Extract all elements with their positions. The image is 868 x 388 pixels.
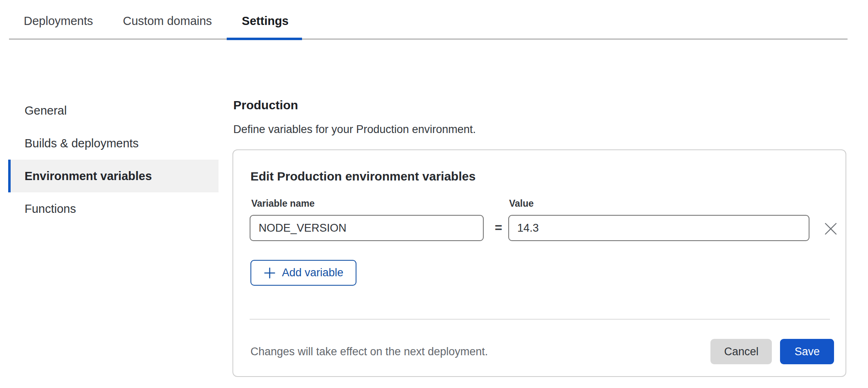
equals-sign: = bbox=[489, 215, 507, 241]
cancel-button[interactable]: Cancel bbox=[710, 339, 772, 364]
variable-name-input[interactable] bbox=[250, 215, 484, 241]
tab-deployments[interactable]: Deployments bbox=[24, 0, 93, 38]
plus-icon bbox=[264, 267, 276, 279]
add-variable-label: Add variable bbox=[282, 266, 343, 279]
tab-settings[interactable]: Settings bbox=[242, 0, 289, 38]
remove-variable-button[interactable] bbox=[822, 220, 840, 238]
card-footer: Changes will take effect on the next dep… bbox=[250, 338, 834, 365]
section-subtitle: Define variables for your Production env… bbox=[233, 123, 476, 135]
settings-page: Deployments Custom domains Settings Gene… bbox=[0, 0, 868, 388]
variable-name-label: Variable name bbox=[251, 199, 315, 209]
sidebar-item-functions[interactable]: Functions bbox=[8, 192, 219, 225]
sidebar-item-general[interactable]: General bbox=[8, 94, 219, 127]
footer-note: Changes will take effect on the next dep… bbox=[250, 345, 710, 358]
value-label: Value bbox=[509, 199, 534, 209]
environment-variables-card: Edit Production environment variables Va… bbox=[232, 149, 846, 377]
close-icon bbox=[823, 221, 839, 237]
tab-custom-domains[interactable]: Custom domains bbox=[123, 0, 212, 38]
settings-sidebar: General Builds & deployments Environment… bbox=[8, 94, 219, 225]
add-variable-button[interactable]: Add variable bbox=[250, 260, 356, 286]
tab-bar: Deployments Custom domains Settings bbox=[9, 0, 848, 40]
card-title: Edit Production environment variables bbox=[250, 170, 476, 183]
section-heading: Production bbox=[233, 99, 298, 112]
sidebar-item-environment-variables[interactable]: Environment variables bbox=[8, 160, 219, 192]
card-divider bbox=[250, 319, 830, 320]
variable-value-input[interactable] bbox=[508, 215, 809, 241]
sidebar-item-builds-deployments[interactable]: Builds & deployments bbox=[8, 127, 219, 160]
save-button[interactable]: Save bbox=[780, 339, 834, 364]
